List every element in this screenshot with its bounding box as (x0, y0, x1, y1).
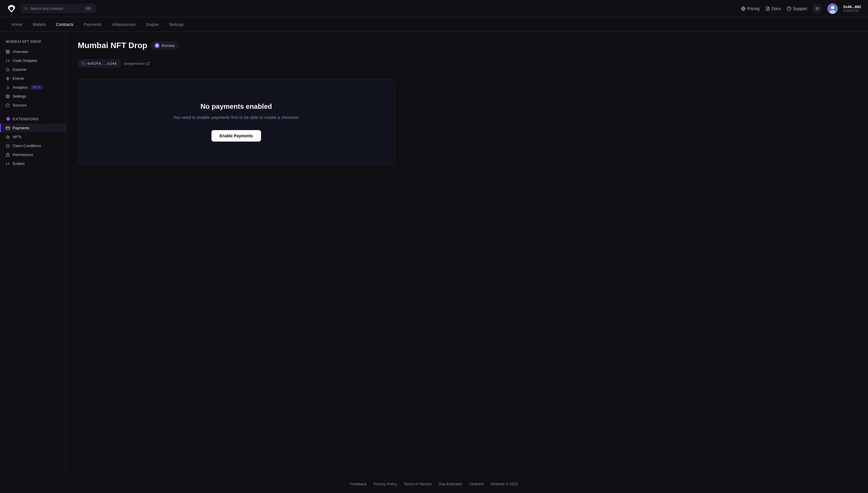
sidebar-item-settings-label: Settings (13, 94, 26, 99)
nav-item-payments[interactable]: Payments (79, 20, 106, 29)
pricing-link[interactable]: Pricing (741, 6, 760, 11)
logo-icon (7, 4, 16, 13)
sidebar-item-events[interactable]: Events (0, 74, 66, 83)
external-link-icon (146, 62, 150, 65)
sidebar-item-settings[interactable]: Settings (0, 92, 66, 101)
sidebar-contract-name: Mumbai NFT Drop (0, 37, 66, 46)
empty-state-description: You need to enable payments first to be … (173, 114, 300, 121)
nav-item-settings[interactable]: Settings (164, 20, 188, 29)
overview-icon (6, 50, 10, 54)
enable-payments-button[interactable]: Enable Payments (211, 130, 261, 142)
footer-copyright: thirdweb © 2023 (491, 482, 518, 486)
sidebar-item-analytics-label: Analytics (13, 85, 28, 89)
svg-rect-18 (6, 50, 7, 51)
sidebar-item-sources[interactable]: Sources (0, 101, 66, 110)
sidebar-item-embed[interactable]: Embed (0, 159, 66, 168)
svg-point-6 (816, 7, 818, 9)
sidebar-item-permissions[interactable]: Permissions (0, 150, 66, 159)
svg-rect-20 (6, 52, 7, 53)
sidebar-item-explorer[interactable]: Explorer (0, 65, 66, 74)
events-icon (6, 77, 10, 81)
extensions-label: Extensions (13, 117, 39, 121)
sidebar-item-overview[interactable]: Overview (0, 47, 66, 56)
nfts-icon (6, 135, 10, 139)
support-link[interactable]: Support (787, 6, 807, 11)
main-layout: Mumbai NFT Drop Overview Code Snippets E (0, 31, 868, 475)
payments-ext-icon (6, 126, 10, 130)
theme-toggle-button[interactable] (813, 4, 822, 13)
sidebar-item-analytics[interactable]: Analytics BETA (0, 83, 66, 92)
sidebar-item-nfts-label: NFTs (13, 135, 21, 139)
search-icon (24, 7, 28, 10)
embed-icon (6, 162, 10, 166)
svg-rect-30 (6, 154, 9, 156)
svg-rect-31 (83, 63, 85, 65)
footer-gas-link[interactable]: Gas Estimator (439, 482, 462, 486)
footer-privacy-link[interactable]: Privacy Policy (374, 482, 397, 486)
sidebar-item-events-label: Events (13, 76, 24, 81)
sidebar-item-sources-label: Sources (13, 103, 26, 107)
analytics-icon (6, 85, 10, 89)
content-area: Mumbai NFT Drop Mumbai 0x62FA...e24A (66, 31, 868, 475)
contract-address-row: 0x62FA...e24A polygonscan (78, 59, 856, 68)
svg-point-0 (25, 7, 27, 9)
user-balance: 0.019 ETH (844, 9, 861, 13)
polygonscan-link[interactable]: polygonscan (124, 61, 150, 66)
contract-address: 0x62FA...e24A (87, 61, 117, 66)
footer-feedback-link[interactable]: Feedback (350, 482, 367, 486)
analytics-beta-badge: BETA (31, 85, 43, 89)
sidebar-item-embed-label: Embed (13, 162, 24, 166)
page-title: Mumbai NFT Drop (78, 41, 147, 50)
sidebar-item-explorer-label: Explorer (13, 67, 26, 72)
sidebar-item-code-snippets[interactable]: Code Snippets (0, 56, 66, 65)
footer: Feedback Privacy Policy Terms of Service… (0, 475, 868, 493)
extensions-header[interactable]: Extensions (0, 114, 66, 124)
nav-item-wallets[interactable]: Wallets (28, 20, 50, 29)
sidebar-item-claim-conditions[interactable]: Claim Conditions (0, 141, 66, 150)
sidebar-item-code-snippets-label: Code Snippets (13, 59, 37, 63)
contract-address-chip[interactable]: 0x62FA...e24A (78, 59, 120, 68)
sidebar-item-overview-label: Overview (13, 49, 28, 54)
svg-line-32 (147, 62, 149, 64)
theme-icon (815, 6, 820, 11)
user-address: 0x48...882 (844, 5, 861, 9)
page-header: Mumbai NFT Drop Mumbai (78, 41, 856, 50)
svg-point-16 (831, 6, 834, 9)
svg-line-9 (815, 7, 816, 7)
explorer-icon (6, 68, 10, 72)
code-icon (6, 59, 10, 63)
sidebar-item-payments[interactable]: Payments (0, 124, 66, 132)
avatar[interactable] (827, 3, 838, 14)
footer-terms-link[interactable]: Terms of Service (404, 482, 432, 486)
sidebar-item-payments-label: Payments (13, 126, 29, 130)
permissions-icon (6, 153, 10, 157)
nav-item-contracts[interactable]: Contracts (52, 20, 78, 29)
empty-state-card: No payments enabled You need to enable p… (78, 79, 395, 165)
nav-item-infrastructure[interactable]: Infrastructure (107, 20, 140, 29)
top-nav: ⌘K Pricing Docs (0, 0, 868, 17)
extensions-section: Extensions Payments NFTs (0, 114, 66, 168)
extensions-diamond-icon (6, 116, 11, 121)
nav-right: Pricing Docs Support (741, 3, 861, 14)
svg-line-13 (815, 10, 816, 10)
search-bar[interactable]: ⌘K (21, 4, 96, 13)
network-badge[interactable]: Mumbai (151, 41, 178, 49)
sources-icon (6, 103, 10, 107)
sidebar-item-nfts[interactable]: NFTs (0, 132, 66, 141)
nav-item-home[interactable]: Home (7, 20, 27, 29)
svg-rect-21 (8, 52, 9, 53)
svg-line-14 (819, 7, 819, 7)
docs-icon (765, 6, 770, 11)
nav-left: ⌘K (7, 4, 96, 13)
docs-label: Docs (772, 6, 781, 11)
nav-item-engine[interactable]: Engine (141, 20, 163, 29)
docs-link[interactable]: Docs (765, 6, 781, 11)
copy-icon (82, 62, 85, 66)
logo[interactable] (7, 4, 16, 13)
user-info[interactable]: 0x48...882 0.019 ETH (844, 5, 861, 13)
support-icon (787, 6, 791, 11)
footer-chainlist-link[interactable]: Chainlist (469, 482, 484, 486)
network-icon (155, 43, 160, 48)
search-input[interactable] (30, 6, 82, 10)
svg-rect-27 (6, 127, 10, 129)
